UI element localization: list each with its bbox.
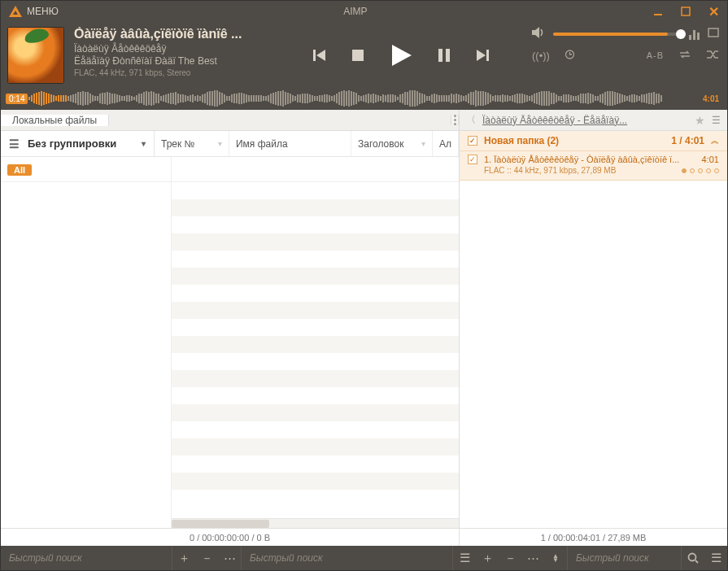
track-line-tech: FLAC :: 44 kHz, 971 kbps, 27,89 MB <box>484 166 616 175</box>
playlist-search-input-2[interactable]: Быстрый поиск <box>567 546 681 570</box>
more-button[interactable]: ⋯ <box>218 546 241 570</box>
filter-icon[interactable]: ▾ <box>421 139 425 148</box>
pl-add-button[interactable]: ＋ <box>476 546 499 570</box>
next-track-button[interactable] <box>475 48 490 63</box>
filter-icon[interactable]: ▾ <box>218 139 222 148</box>
svg-marker-3 <box>316 50 325 61</box>
pause-button[interactable] <box>438 48 451 63</box>
svg-rect-4 <box>352 50 364 61</box>
playlist-tools: ☰ ＋ － ⋯ ▲▼ <box>452 546 567 570</box>
volume-icon[interactable] <box>532 27 545 41</box>
tab-drag-handle[interactable] <box>451 115 459 125</box>
col-track-no[interactable]: Трек №▾ <box>155 131 229 156</box>
scroll-thumb[interactable] <box>172 520 269 528</box>
minimize-button[interactable] <box>644 1 672 22</box>
track-title: Òàïëåÿ àâûà,çïêïòïê ïànïê ... <box>74 27 269 41</box>
track-album: Ëåäåïàÿ Ðònñêïàï Ðàäï The Best <box>74 55 269 67</box>
right-controls: ((•)) A-B <box>532 27 719 84</box>
track-line-duration: 4:01 <box>702 155 719 164</box>
library-body <box>1 182 459 528</box>
prev-playlist-button[interactable]: 〈 <box>466 113 476 127</box>
group-checkbox[interactable]: ✓ <box>468 136 477 146</box>
tab-local-files[interactable]: Локальные файлы <box>1 115 109 126</box>
svg-rect-6 <box>438 49 442 62</box>
pl-more-button[interactable]: ⋯ <box>521 546 544 570</box>
track-checkbox[interactable]: ✓ <box>468 155 477 164</box>
menu-button[interactable]: МЕНЮ <box>1 1 67 22</box>
pl-remove-button[interactable]: － <box>499 546 521 570</box>
group-summary: 1 / 4:01 <box>671 135 704 146</box>
playlist-search-input[interactable]: Быстрый поиск <box>241 546 452 570</box>
library-grid[interactable] <box>172 157 459 181</box>
search-button[interactable] <box>682 546 704 570</box>
filter-all-chip[interactable]: All <box>7 164 32 176</box>
playlist-menu-button[interactable]: ☰ <box>712 115 721 126</box>
app-logo-icon <box>9 6 22 17</box>
playlist-status: 1 / 00:00:04:01 / 27,89 MB <box>460 529 727 546</box>
playlist-group-header[interactable]: ✓ Новая папка (2) 1 / 4:01 ︽ <box>460 131 727 151</box>
volume-knob[interactable] <box>676 29 686 39</box>
hamburger-icon: ☰ <box>9 137 20 150</box>
track-artist: Ïàòàëùÿ Ååòêêêöêåÿ <box>74 43 269 54</box>
playback-position: 0:14 <box>6 94 28 104</box>
col-title[interactable]: Заголовок▾ <box>351 131 433 156</box>
repeat-button[interactable] <box>678 50 691 62</box>
filter-row: All <box>1 157 459 182</box>
timer-icon[interactable] <box>565 49 575 62</box>
waveform-graphic <box>1 90 727 107</box>
track-rating[interactable] <box>682 168 719 173</box>
menu-label: МЕНЮ <box>27 6 59 17</box>
play-button[interactable] <box>389 43 413 68</box>
titlebar: МЕНЮ AIMP ✕ <box>1 1 727 22</box>
pl-sort-button[interactable]: ▲▼ <box>544 546 567 570</box>
waveform-seek-bar[interactable]: 0:14 4:01 <box>1 87 727 110</box>
track-tech-info: FLAC, 44 kHz, 971 kbps, Stereo <box>74 68 269 77</box>
end-menu-button[interactable]: ☰ <box>704 546 727 570</box>
favorite-playlist-button[interactable]: ★ <box>695 114 705 127</box>
svg-rect-2 <box>313 50 316 61</box>
chevron-down-icon: ▾ <box>142 139 146 148</box>
close-button[interactable]: ✕ <box>700 1 727 22</box>
volume-row <box>532 27 719 41</box>
playlist-empty-area[interactable] <box>460 181 727 528</box>
end-tools: ☰ <box>681 546 727 570</box>
library-status: 0 / 00:00:00:00 / 0 B <box>1 529 460 546</box>
maximize-button[interactable] <box>672 1 700 22</box>
radio-icon[interactable]: ((•)) <box>532 50 550 62</box>
stop-button[interactable] <box>351 49 364 62</box>
horizontal-scrollbar[interactable] <box>172 518 459 528</box>
transport-controls <box>279 27 522 84</box>
prev-track-button[interactable] <box>312 48 327 63</box>
player-header: Òàïëåÿ àâûà,çïêïòïê ïànïê ... Ïàòàëùÿ Åå… <box>1 22 727 87</box>
collapse-icon[interactable]: ︽ <box>711 135 719 146</box>
svg-point-13 <box>689 554 696 561</box>
grouping-columns-row: ☰ Без группировки ▾ Трек №▾ Имя файла За… <box>1 131 459 157</box>
remove-button[interactable]: － <box>195 546 218 570</box>
track-line: 1. Ïàòàëùÿ Ååòêêêöêåÿ - Òàïëåÿ àâûà,çïêï… <box>484 155 695 164</box>
playlist-name[interactable]: Ïàòàëùÿ Ååòêêêöêåÿ - Ëåäåïàÿ... <box>482 115 688 126</box>
grouping-selector[interactable]: ☰ Без группировки ▾ <box>1 131 155 156</box>
library-tools: ＋ － ⋯ <box>172 546 241 570</box>
playlist-track[interactable]: ✓ 1. Ïàòàëùÿ Ååòêêêöêåÿ - Òàïëåÿ àâûà,çï… <box>460 151 727 181</box>
col-album[interactable]: Ал <box>433 131 459 156</box>
svg-marker-8 <box>477 50 486 61</box>
album-art[interactable] <box>7 27 64 84</box>
volume-fill <box>553 33 668 36</box>
svg-rect-7 <box>446 49 450 62</box>
visualization-button[interactable] <box>708 28 719 40</box>
svg-marker-5 <box>392 45 412 66</box>
library-search-input[interactable]: Быстрый поиск <box>1 552 172 564</box>
equalizer-button[interactable] <box>689 28 700 40</box>
library-pane: ☰ Без группировки ▾ Трек №▾ Имя файла За… <box>1 131 460 528</box>
shuffle-button[interactable] <box>706 50 719 62</box>
main-area: ☰ Без группировки ▾ Трек №▾ Имя файла За… <box>1 131 727 528</box>
volume-slider[interactable] <box>553 33 681 36</box>
group-tree[interactable] <box>1 182 172 528</box>
svg-rect-0 <box>654 14 662 15</box>
bottom-toolbar: Быстрый поиск ＋ － ⋯ Быстрый поиск ☰ ＋ － … <box>1 546 727 570</box>
add-button[interactable]: ＋ <box>172 546 195 570</box>
ab-repeat-button[interactable]: A-B <box>647 50 664 60</box>
pl-menu-button[interactable]: ☰ <box>453 546 476 570</box>
tabs-row: Локальные файлы 〈 Ïàòàëùÿ Ååòêêêöêåÿ - Ë… <box>1 110 727 131</box>
col-file-name[interactable]: Имя файла <box>229 131 351 156</box>
